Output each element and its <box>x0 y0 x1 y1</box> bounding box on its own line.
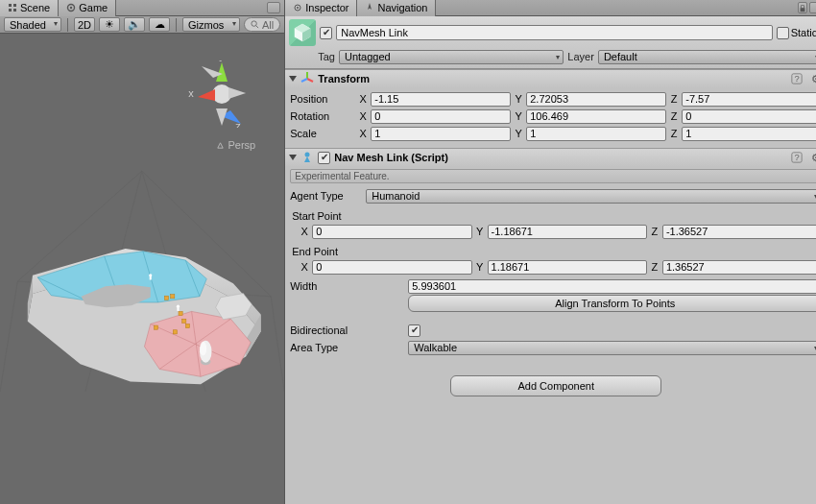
axis-y-label: Y <box>514 128 523 139</box>
agent-type-value: Humanoid <box>372 190 420 202</box>
gameobject-icon[interactable] <box>289 19 316 46</box>
startpoint-x[interactable] <box>312 225 471 239</box>
scale-x[interactable] <box>371 127 511 141</box>
tab-game[interactable]: Game <box>59 0 116 16</box>
transform-icon <box>300 72 314 85</box>
add-component-button[interactable]: Add Component <box>450 375 661 396</box>
width-field[interactable] <box>408 279 816 294</box>
position-label: Position <box>290 93 355 105</box>
gear-icon[interactable]: ⚙ <box>809 72 816 85</box>
axis-x-label: X <box>358 110 368 122</box>
tab-inspector[interactable]: Inspector <box>285 0 357 16</box>
toggle-2d[interactable]: 2D <box>74 17 95 32</box>
component-enabled-checkbox[interactable] <box>318 152 330 164</box>
agent-type-label: Agent Type <box>290 190 363 202</box>
projection-label[interactable]: Persp <box>216 139 255 151</box>
svg-rect-45 <box>177 307 179 311</box>
transform-header[interactable]: Transform ? ⚙ <box>285 70 816 87</box>
gizmos-dropdown[interactable]: Gizmos <box>182 17 240 32</box>
search-placeholder: All <box>262 19 274 31</box>
position-y[interactable] <box>526 92 666 107</box>
endpoint-x[interactable] <box>312 260 471 275</box>
scene-toolbar: Shaded 2D ☀ 🔈 ☁ Gizmos All <box>0 16 284 34</box>
navmeshlink-title: Nav Mesh Link (Script) <box>334 152 784 163</box>
gameobject-name-field[interactable] <box>336 25 772 40</box>
help-icon[interactable]: ? <box>790 151 804 164</box>
scale-z[interactable] <box>682 127 816 141</box>
foldout-icon <box>289 155 297 160</box>
area-type-value: Walkable <box>414 342 457 353</box>
static-toggle[interactable]: Static ▾ <box>777 25 816 40</box>
bidirectional-checkbox[interactable] <box>408 324 420 337</box>
svg-point-6 <box>252 20 256 25</box>
svg-rect-35 <box>164 296 168 300</box>
scene-viewport[interactable]: y x z Persp <box>0 34 284 504</box>
toggle-fx[interactable]: ☁ <box>149 17 170 32</box>
navigation-icon <box>365 3 374 12</box>
agent-type-dropdown[interactable]: Humanoid <box>366 189 816 204</box>
startpoint-y[interactable] <box>488 225 647 239</box>
inspector-tabbar: Inspector Navigation <box>285 0 816 16</box>
svg-rect-38 <box>185 324 189 327</box>
axis-x-label: X <box>358 128 368 139</box>
static-checkbox[interactable] <box>777 27 789 39</box>
panel-options-button[interactable] <box>267 2 280 13</box>
gizmos-label: Gizmos <box>188 19 224 31</box>
align-transform-button[interactable]: Align Transform To Points <box>408 295 816 312</box>
svg-line-7 <box>256 25 259 28</box>
svg-rect-1 <box>13 4 16 7</box>
axis-y-label: Y <box>514 93 523 105</box>
endpoint-y[interactable] <box>488 260 647 275</box>
axis-z-label: Z <box>669 110 679 122</box>
start-point-label: Start Point <box>290 210 816 222</box>
tag-dropdown[interactable]: Untagged <box>339 50 564 64</box>
persp-text: Persp <box>228 139 255 151</box>
position-z[interactable] <box>682 92 816 107</box>
tab-navigation[interactable]: Navigation <box>357 0 436 16</box>
layer-dropdown[interactable]: Default <box>598 50 816 64</box>
scene-panel-options <box>267 2 284 13</box>
area-type-label: Area Type <box>290 342 405 353</box>
svg-marker-48 <box>198 89 215 101</box>
shading-mode-dropdown[interactable]: Shaded <box>4 17 61 32</box>
svg-rect-36 <box>171 295 175 299</box>
fx-icon: ☁ <box>155 18 165 31</box>
layer-label: Layer <box>567 51 594 62</box>
gear-icon[interactable]: ⚙ <box>809 151 816 164</box>
axis-x-label: X <box>358 93 368 105</box>
rotation-y[interactable] <box>526 109 666 124</box>
rotation-z[interactable] <box>682 109 816 124</box>
toggle-audio[interactable]: 🔈 <box>124 17 145 32</box>
scene-search[interactable]: All <box>244 17 280 32</box>
startpoint-z[interactable] <box>662 225 816 239</box>
align-btn-label: Align Transform To Points <box>555 298 675 309</box>
orientation-gizmo[interactable]: y x z <box>188 60 255 128</box>
svg-rect-0 <box>9 4 12 7</box>
navmeshlink-header[interactable]: Nav Mesh Link (Script) ? ⚙ <box>285 149 816 166</box>
svg-line-13 <box>271 297 284 392</box>
area-type-dropdown[interactable]: Walkable <box>408 341 816 355</box>
gameobject-active-checkbox[interactable] <box>320 27 332 39</box>
endpoint-z[interactable] <box>662 260 816 275</box>
tag-value: Untagged <box>345 51 391 62</box>
tab-scene-label: Scene <box>20 2 50 13</box>
search-icon <box>251 19 259 31</box>
toggle-lighting[interactable]: ☀ <box>99 17 120 32</box>
panel-options-button[interactable] <box>809 2 816 13</box>
help-icon[interactable]: ? <box>790 72 804 85</box>
position-x[interactable] <box>371 92 511 107</box>
svg-rect-41 <box>154 325 157 329</box>
svg-rect-43 <box>150 276 152 280</box>
tab-scene[interactable]: Scene <box>0 0 59 16</box>
game-icon <box>66 3 76 12</box>
static-label: Static <box>791 27 816 38</box>
svg-marker-50 <box>228 87 246 99</box>
axis-y-label: Y <box>514 110 523 122</box>
gameobject-header: Static ▾ Tag Untagged Layer Default <box>285 16 816 69</box>
axis-y-label: Y <box>475 226 485 237</box>
svg-rect-40 <box>173 330 177 334</box>
scale-y[interactable] <box>526 127 666 141</box>
lock-button[interactable] <box>798 2 807 13</box>
rotation-x[interactable] <box>371 109 511 124</box>
inspector-panel: Inspector Navigation Static ▾ Tag Unta <box>285 0 816 504</box>
